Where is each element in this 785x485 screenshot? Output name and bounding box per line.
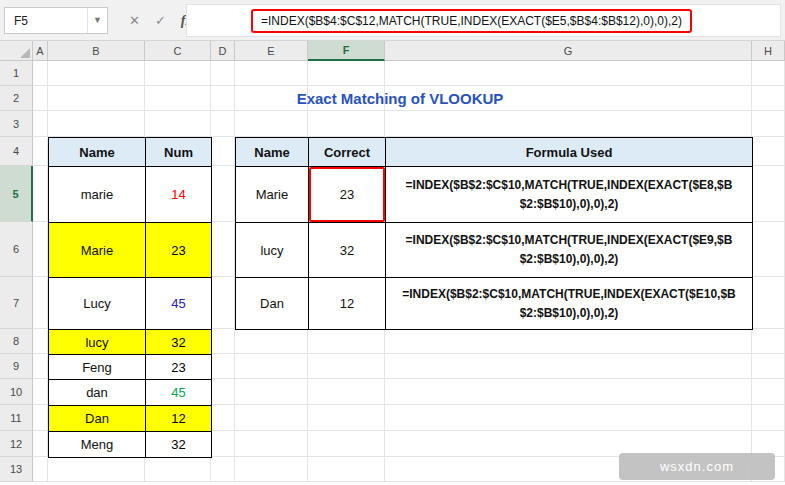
selected-cell-F5[interactable]: 23 — [309, 167, 386, 223]
grid-cell[interactable] — [211, 111, 235, 137]
grid-cell[interactable] — [385, 61, 752, 86]
row-header-7[interactable]: 7 — [0, 277, 33, 329]
row-header-6[interactable]: 6 — [0, 222, 33, 277]
column-header-B[interactable]: B — [48, 41, 145, 61]
cell-name[interactable]: Meng — [49, 432, 146, 458]
cell-num[interactable]: 32 — [146, 330, 212, 355]
grid-cell[interactable] — [211, 354, 235, 379]
cell-name[interactable]: lucy — [236, 223, 309, 278]
grid-cell[interactable] — [308, 431, 385, 457]
column-header-A[interactable]: A — [33, 41, 48, 61]
grid-cell[interactable] — [33, 166, 48, 222]
grid-cell[interactable] — [752, 86, 785, 111]
grid-cell[interactable] — [211, 457, 235, 482]
grid-cell[interactable] — [145, 111, 211, 137]
cell-num[interactable]: 45 — [146, 380, 212, 406]
column-header-H[interactable]: H — [752, 41, 785, 61]
grid-cell[interactable] — [235, 379, 308, 405]
grid-cell[interactable] — [33, 431, 48, 457]
grid-cell[interactable] — [33, 457, 48, 482]
cell-num[interactable]: 23 — [146, 355, 212, 380]
sheet-title[interactable]: Exact Matching of VLOOKUP — [48, 86, 752, 111]
grid-cell[interactable] — [752, 111, 785, 137]
row-header-2[interactable]: 2 — [0, 86, 33, 111]
row-header-12[interactable]: 12 — [0, 431, 33, 457]
row-header-4[interactable]: 4 — [0, 137, 33, 166]
grid-cell[interactable] — [235, 457, 308, 482]
cell-formula[interactable]: =INDEX($B$2:$C$10,MATCH(TRUE,INDEX(EXACT… — [386, 278, 753, 330]
grid-cell[interactable] — [308, 405, 385, 431]
grid-cell[interactable] — [235, 111, 308, 137]
cell-correct[interactable]: 12 — [309, 278, 386, 330]
grid-cell[interactable] — [235, 61, 308, 86]
cell-name[interactable]: marie — [49, 167, 146, 223]
grid-cell[interactable] — [308, 61, 385, 86]
grid-cell[interactable] — [211, 222, 235, 277]
formula-input[interactable]: =INDEX($B$4:$C$12,MATCH(TRUE,INDEX(EXACT… — [186, 4, 781, 37]
grid-cell[interactable] — [145, 61, 211, 86]
row-header-10[interactable]: 10 — [0, 379, 33, 405]
grid-cell[interactable] — [385, 111, 752, 137]
cell-name[interactable]: Marie — [49, 223, 146, 278]
row-header-9[interactable]: 9 — [0, 354, 33, 379]
grid-cell[interactable] — [33, 329, 48, 354]
cancel-button[interactable]: ✕ — [129, 13, 140, 28]
cell-formula[interactable]: =INDEX($B$2:$C$10,MATCH(TRUE,INDEX(EXACT… — [386, 223, 753, 278]
grid-cell[interactable] — [33, 222, 48, 277]
column-header-G[interactable]: G — [385, 41, 752, 61]
grid-cell[interactable] — [33, 379, 48, 405]
name-box-dropdown-icon[interactable]: ▼ — [87, 8, 107, 33]
row-header-13[interactable]: 13 — [0, 457, 33, 482]
grid-cell[interactable] — [211, 379, 235, 405]
grid-cell[interactable] — [752, 222, 785, 277]
grid-cell[interactable] — [308, 379, 385, 405]
column-header-D[interactable]: D — [211, 41, 235, 61]
grid-cell[interactable] — [48, 457, 145, 482]
row-header-3[interactable]: 3 — [0, 111, 33, 137]
cell-name[interactable]: Feng — [49, 355, 146, 380]
select-all-button[interactable] — [0, 41, 33, 61]
grid-cell[interactable] — [235, 329, 308, 354]
grid-cell[interactable] — [48, 61, 145, 86]
grid-cell[interactable] — [33, 61, 48, 86]
cell-name[interactable]: Lucy — [49, 278, 146, 330]
grid-cell[interactable] — [211, 61, 235, 86]
grid-cell[interactable] — [33, 277, 48, 329]
grid-cell[interactable] — [33, 405, 48, 431]
row-header-1[interactable]: 1 — [0, 61, 33, 86]
row-header-5[interactable]: 5 — [0, 166, 33, 222]
grid-cell[interactable] — [752, 137, 785, 166]
grid-cell[interactable] — [33, 86, 48, 111]
left-header-num[interactable]: Num — [146, 138, 212, 167]
grid-cell[interactable] — [752, 329, 785, 354]
grid-cell[interactable] — [385, 329, 752, 354]
grid-cell[interactable] — [211, 329, 235, 354]
cell-num[interactable]: 45 — [146, 278, 212, 330]
cell-name[interactable]: Dan — [49, 406, 146, 432]
cell-name[interactable]: lucy — [49, 330, 146, 355]
grid-cell[interactable] — [211, 166, 235, 222]
grid-cell[interactable] — [308, 354, 385, 379]
grid-cell[interactable] — [752, 405, 785, 431]
grid-cell[interactable] — [752, 379, 785, 405]
cell-formula[interactable]: =INDEX($B$2:$C$10,MATCH(TRUE,INDEX(EXACT… — [386, 167, 753, 223]
grid-cell[interactable] — [308, 111, 385, 137]
cell-num[interactable]: 32 — [146, 432, 212, 458]
column-header-E[interactable]: E — [235, 41, 308, 61]
grid-cell[interactable] — [752, 354, 785, 379]
grid-cell[interactable] — [145, 457, 211, 482]
grid-cell[interactable] — [211, 405, 235, 431]
grid-cell[interactable] — [211, 431, 235, 457]
grid-cell[interactable] — [308, 329, 385, 354]
name-box[interactable]: F5 ▼ — [4, 7, 108, 34]
cell-name[interactable]: dan — [49, 380, 146, 406]
cell-num[interactable]: 12 — [146, 406, 212, 432]
enter-button[interactable]: ✓ — [155, 13, 166, 28]
grid-cell[interactable] — [235, 354, 308, 379]
grid-cell[interactable] — [33, 354, 48, 379]
grid-cell[interactable] — [752, 277, 785, 329]
grid-cell[interactable] — [385, 354, 752, 379]
grid-cell[interactable] — [48, 111, 145, 137]
right-header-name[interactable]: Name — [236, 138, 309, 167]
cell-num[interactable]: 23 — [146, 223, 212, 278]
